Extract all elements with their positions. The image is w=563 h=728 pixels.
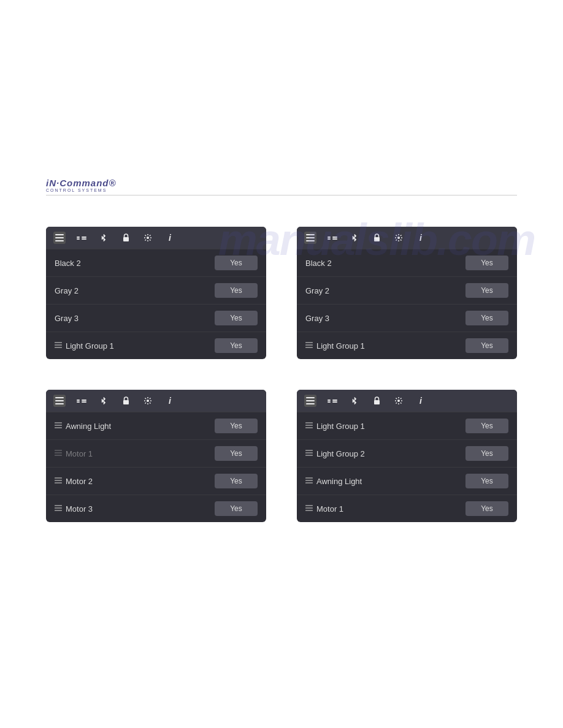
toolbar-dash-icon[interactable] bbox=[326, 232, 339, 244]
toolbar-lock-icon[interactable] bbox=[370, 395, 383, 407]
svg-rect-14 bbox=[306, 240, 315, 241]
toolbar-gear-icon[interactable] bbox=[142, 395, 154, 407]
panel-1-toolbar: i bbox=[297, 227, 517, 249]
svg-rect-49 bbox=[327, 401, 331, 403]
page: iN·Command® CONTROL SYSTEMS manualslib.c… bbox=[0, 0, 563, 728]
svg-rect-43 bbox=[55, 507, 62, 509]
panel-1-row-2: Gray 3Yes bbox=[297, 304, 517, 332]
toolbar-bluetooth-icon[interactable] bbox=[98, 232, 110, 244]
toolbar-dash-icon[interactable] bbox=[326, 395, 339, 407]
panel-1-row-1: Gray 2Yes bbox=[297, 276, 517, 304]
svg-rect-10 bbox=[55, 344, 62, 346]
panel-0-row-0-label: Black 2 bbox=[55, 259, 215, 268]
svg-rect-42 bbox=[55, 505, 62, 506]
toolbar-dash-icon[interactable] bbox=[75, 395, 88, 407]
toolbar-bluetooth-icon[interactable] bbox=[98, 395, 110, 407]
panel-1-row-3: Light Group 1Yes bbox=[297, 332, 517, 359]
panel-0-row-2-value: Yes bbox=[215, 311, 258, 325]
toolbar-dash-icon[interactable] bbox=[75, 232, 88, 244]
panel-0-row-3-value: Yes bbox=[215, 338, 258, 353]
panel-0-row-2-label-text: Gray 3 bbox=[55, 314, 79, 323]
toolbar-gear-icon[interactable] bbox=[142, 232, 154, 244]
toolbar-menu-icon[interactable] bbox=[53, 395, 66, 407]
panel-2-row-2-label-text: Motor 2 bbox=[66, 477, 93, 486]
svg-rect-38 bbox=[55, 455, 62, 456]
list-icon bbox=[305, 342, 313, 349]
svg-rect-60 bbox=[305, 477, 313, 479]
panel-1-row-2-value: Yes bbox=[465, 311, 508, 325]
panel-0-row-1-label-text: Gray 2 bbox=[55, 286, 79, 295]
svg-rect-64 bbox=[305, 507, 313, 509]
toolbar-menu-icon[interactable] bbox=[304, 395, 316, 407]
panel-1-row-1-label: Gray 2 bbox=[305, 286, 465, 295]
svg-rect-6 bbox=[82, 238, 86, 240]
list-icon bbox=[55, 505, 62, 512]
toolbar-info-icon[interactable]: i bbox=[415, 395, 427, 407]
panel-0-row-0: Black 2Yes bbox=[46, 249, 266, 276]
panel-2-row-0-label: Awning Light bbox=[55, 422, 215, 431]
toolbar-info-icon[interactable]: i bbox=[164, 232, 176, 244]
list-icon bbox=[55, 450, 62, 457]
panel-3-row-1-label: Light Group 2 bbox=[305, 449, 465, 458]
panel-3-row-0-value: Yes bbox=[465, 419, 508, 433]
panel-3-row-1-value: Yes bbox=[465, 446, 508, 461]
panel-3-toolbar: i bbox=[297, 390, 517, 412]
svg-rect-24 bbox=[55, 397, 64, 398]
list-icon bbox=[55, 422, 62, 430]
panel-1-row-2-label-text: Gray 3 bbox=[305, 314, 329, 323]
toolbar-bluetooth-icon[interactable] bbox=[348, 395, 361, 407]
svg-rect-39 bbox=[55, 477, 62, 479]
svg-rect-16 bbox=[327, 238, 331, 240]
logo-brand: iN·Command® bbox=[46, 178, 117, 188]
panel-1-row-0-label-text: Black 2 bbox=[305, 259, 332, 268]
svg-rect-18 bbox=[332, 238, 337, 240]
panel-3-row-0-label-text: Light Group 1 bbox=[316, 422, 365, 431]
panel-0-toolbar: i bbox=[46, 227, 266, 249]
panel-1-row-2-label: Gray 3 bbox=[305, 314, 465, 323]
svg-point-32 bbox=[147, 400, 149, 402]
svg-rect-65 bbox=[305, 510, 313, 511]
svg-rect-61 bbox=[305, 480, 313, 481]
svg-rect-12 bbox=[306, 234, 315, 235]
toolbar-bluetooth-icon[interactable] bbox=[348, 232, 361, 244]
list-icon bbox=[305, 422, 313, 430]
panel-2-row-0-label-text: Awning Light bbox=[66, 422, 111, 431]
panel-2-row-1: Motor 1Yes bbox=[46, 439, 266, 467]
toolbar-lock-icon[interactable] bbox=[370, 232, 383, 244]
svg-rect-7 bbox=[123, 237, 129, 241]
svg-rect-5 bbox=[82, 237, 86, 238]
panel-2: iAwning LightYesMotor 1YesMotor 2YesMoto… bbox=[46, 390, 266, 522]
toolbar-gear-icon[interactable] bbox=[393, 395, 405, 407]
panel-2-row-1-label-text: Motor 1 bbox=[66, 449, 93, 458]
svg-rect-19 bbox=[374, 237, 380, 241]
toolbar-lock-icon[interactable] bbox=[120, 395, 132, 407]
svg-rect-29 bbox=[82, 400, 86, 401]
toolbar-info-icon[interactable]: i bbox=[415, 232, 427, 244]
panel-2-row-0-value: Yes bbox=[215, 419, 258, 433]
logo-divider bbox=[46, 195, 517, 195]
panel-0-row-3-label-text: Light Group 1 bbox=[66, 341, 114, 351]
panel-1-row-0-label: Black 2 bbox=[305, 259, 465, 268]
toolbar-gear-icon[interactable] bbox=[393, 232, 405, 244]
toolbar-lock-icon[interactable] bbox=[120, 232, 132, 244]
svg-point-8 bbox=[147, 237, 149, 239]
panel-0-row-2: Gray 3Yes bbox=[46, 304, 266, 332]
panel-0-row-1: Gray 2Yes bbox=[46, 276, 266, 304]
panels-container: iBlack 2YesGray 2YesGray 3YesLight Group… bbox=[46, 227, 517, 522]
svg-rect-55 bbox=[305, 425, 313, 426]
svg-rect-26 bbox=[55, 403, 64, 404]
toolbar-menu-icon[interactable] bbox=[304, 232, 316, 244]
svg-rect-11 bbox=[55, 347, 62, 348]
toolbar-info-icon[interactable]: i bbox=[164, 395, 176, 407]
panel-2-toolbar: i bbox=[46, 390, 266, 412]
panel-1-row-3-value: Yes bbox=[465, 338, 508, 353]
svg-rect-31 bbox=[123, 400, 129, 404]
panel-0-row-0-label-text: Black 2 bbox=[55, 259, 81, 268]
svg-rect-17 bbox=[332, 237, 337, 238]
panel-3-row-2-label-text: Awning Light bbox=[316, 477, 362, 486]
toolbar-menu-icon[interactable] bbox=[53, 232, 66, 244]
svg-rect-15 bbox=[327, 237, 331, 238]
svg-rect-56 bbox=[305, 427, 313, 428]
svg-rect-48 bbox=[327, 400, 331, 401]
svg-rect-23 bbox=[305, 347, 313, 348]
